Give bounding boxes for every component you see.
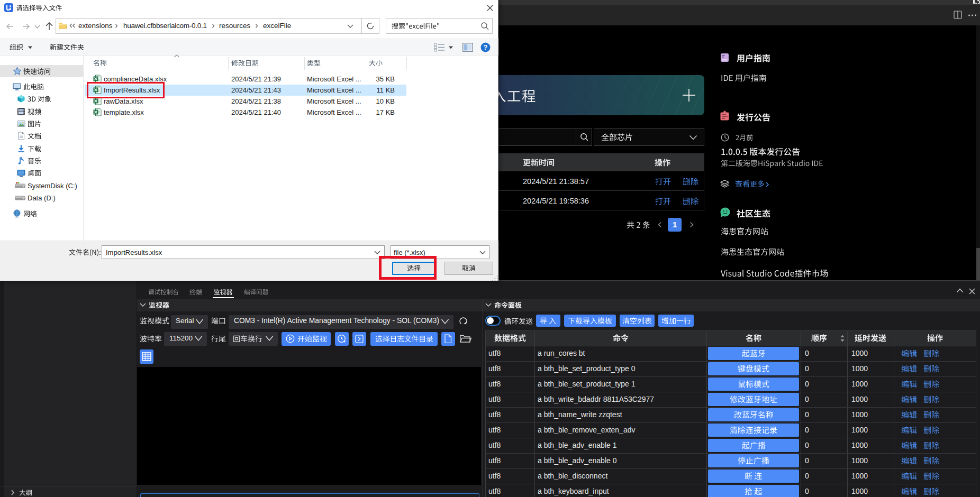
svg-text:?: ? <box>484 43 488 51</box>
